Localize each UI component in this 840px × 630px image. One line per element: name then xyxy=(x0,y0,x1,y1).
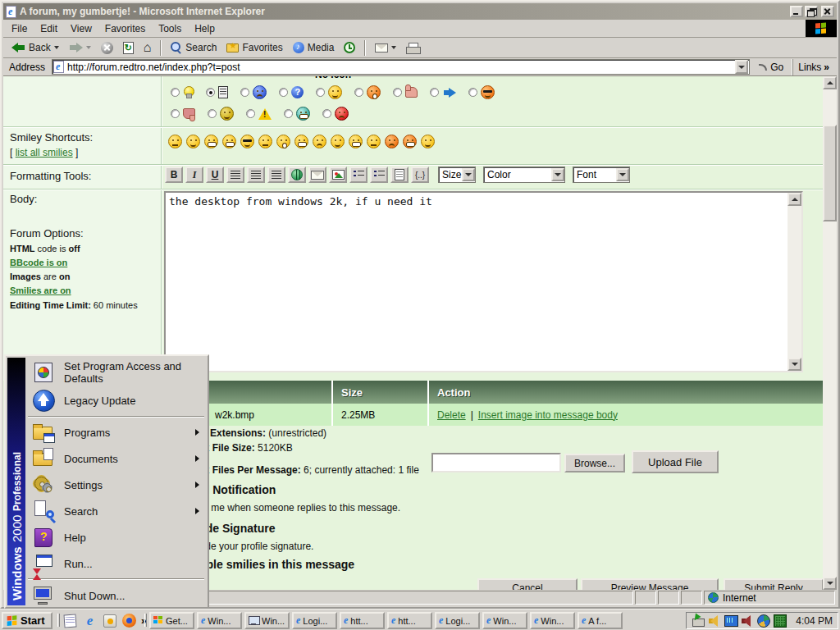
forward-dropdown-icon[interactable] xyxy=(86,46,91,49)
smilies-link[interactable]: Smilies are on xyxy=(10,285,71,295)
menu-item-legacy-update[interactable]: Legacy Update xyxy=(27,386,205,414)
radio-button[interactable] xyxy=(240,88,249,97)
menu-edit[interactable]: Edit xyxy=(34,21,64,37)
icon-option[interactable] xyxy=(171,108,195,119)
preview-message-button[interactable]: Preview Message xyxy=(581,578,719,590)
scheduler-grid-icon[interactable] xyxy=(774,614,787,628)
bullet-list-button[interactable] xyxy=(370,167,388,183)
devil-smiley[interactable] xyxy=(385,135,399,148)
history-button[interactable] xyxy=(340,40,359,55)
size-select[interactable]: Size xyxy=(438,167,476,183)
task-button[interactable]: Get... xyxy=(149,612,194,629)
menu-item-programs[interactable]: Programs xyxy=(27,419,205,445)
stop-button[interactable] xyxy=(97,40,117,56)
cool-smiley[interactable] xyxy=(240,135,254,148)
insert-email-button[interactable] xyxy=(308,167,326,183)
volume-icon[interactable] xyxy=(708,614,721,628)
menu-item-settings[interactable]: Settings xyxy=(27,472,205,498)
radio-button[interactable] xyxy=(246,109,255,118)
mail-dropdown-icon[interactable] xyxy=(391,46,396,49)
start-button[interactable]: Start xyxy=(2,612,52,629)
address-url[interactable]: http://forum.redtro.net/index.php?t=post xyxy=(67,62,732,73)
underline-button[interactable]: U xyxy=(206,167,224,183)
icon-option[interactable] xyxy=(322,107,349,121)
radio-button[interactable] xyxy=(171,88,180,97)
menu-item-help[interactable]: Help xyxy=(27,524,205,550)
radio-button[interactable] xyxy=(284,109,293,118)
page-scroll-down-button[interactable] xyxy=(823,577,837,590)
insert-image-button[interactable] xyxy=(329,167,347,183)
mail-button[interactable] xyxy=(371,42,400,54)
radio-button[interactable] xyxy=(322,109,331,118)
print-button[interactable] xyxy=(402,41,424,55)
teeth-smiley[interactable] xyxy=(349,135,363,148)
page-scrollbar-thumb[interactable] xyxy=(823,125,837,221)
radio-button[interactable] xyxy=(430,88,439,97)
network-activity-icon[interactable] xyxy=(692,614,705,628)
cancel-button[interactable]: Cancel xyxy=(477,578,578,590)
close-button[interactable] xyxy=(821,6,834,17)
task-button[interactable]: Win... xyxy=(482,612,527,629)
icon-option[interactable] xyxy=(246,108,272,120)
radio-button[interactable] xyxy=(393,88,402,97)
firefox-launch-button[interactable] xyxy=(121,613,137,628)
laugh-smiley[interactable] xyxy=(222,135,236,148)
address-dropdown-button[interactable] xyxy=(735,60,748,74)
page-scroll-up-button[interactable] xyxy=(823,76,837,89)
menu-item-shut-down[interactable]: Shut Down... xyxy=(27,582,205,609)
chevron-down-icon[interactable] xyxy=(616,168,629,181)
back-dropdown-icon[interactable] xyxy=(54,46,59,49)
align-center-button[interactable] xyxy=(247,167,265,183)
display-network-icon[interactable] xyxy=(724,614,737,628)
refresh-button[interactable] xyxy=(119,40,138,56)
home-button[interactable] xyxy=(139,40,156,56)
message-body-textarea[interactable]: the desktop from windows 2k, if u need i… xyxy=(164,191,803,372)
menu-file[interactable]: File xyxy=(5,21,34,37)
taskbar-clock[interactable]: 4:04 PM xyxy=(796,615,833,627)
task-button[interactable]: Logi... xyxy=(292,612,337,629)
radio-button[interactable] xyxy=(208,109,217,118)
italic-button[interactable]: I xyxy=(185,167,203,183)
ordered-list-button[interactable] xyxy=(349,167,368,183)
list-all-smilies-link[interactable]: list all smilies xyxy=(16,147,73,158)
smile-smiley[interactable] xyxy=(331,135,345,148)
radio-button[interactable] xyxy=(354,88,363,97)
audio-device-icon[interactable] xyxy=(741,614,754,628)
toolbar-grip[interactable] xyxy=(144,614,147,627)
page-scrollbar[interactable] xyxy=(823,76,837,590)
menu-item-program-access[interactable]: Set Program Access and Defaults xyxy=(27,358,205,386)
links-chevron-icon[interactable]: » xyxy=(824,62,829,73)
upload-file-button[interactable]: Upload File xyxy=(632,450,719,473)
code-button[interactable]: {..} xyxy=(411,167,429,183)
icon-option[interactable] xyxy=(393,87,418,98)
insert-link-button[interactable] xyxy=(288,167,306,183)
task-button-active[interactable]: A f... xyxy=(578,612,623,629)
gritted-smiley[interactable] xyxy=(204,135,218,148)
menu-item-search[interactable]: Search xyxy=(27,498,205,524)
font-select[interactable]: Font xyxy=(573,167,630,183)
bold-button[interactable]: B xyxy=(165,167,183,183)
insert-image-link[interactable]: Insert image into message body xyxy=(478,409,618,421)
toolbar-grip[interactable] xyxy=(57,614,60,627)
minimize-button[interactable] xyxy=(790,6,803,17)
menu-item-run[interactable]: Run... xyxy=(27,550,205,577)
menu-tools[interactable]: Tools xyxy=(152,21,188,37)
ie-launch-button[interactable] xyxy=(82,613,98,628)
radio-button[interactable] xyxy=(279,88,288,97)
delete-link[interactable]: Delete xyxy=(437,409,466,421)
scroll-down-button[interactable] xyxy=(788,358,801,371)
icon-option[interactable] xyxy=(430,88,456,98)
blush-smiley[interactable] xyxy=(168,135,182,148)
task-button[interactable]: Win... xyxy=(197,612,242,629)
bigsmile-smiley[interactable] xyxy=(294,135,308,148)
address-input[interactable]: http://forum.redtro.net/index.php?t=post xyxy=(52,59,750,75)
color-select[interactable]: Color xyxy=(483,167,565,183)
smile-smiley[interactable] xyxy=(186,135,200,148)
icon-option[interactable] xyxy=(468,85,495,99)
quote-button[interactable] xyxy=(390,167,409,183)
task-button[interactable]: Win... xyxy=(530,612,575,629)
task-button[interactable]: Logi... xyxy=(435,612,480,629)
go-button[interactable]: Go xyxy=(753,62,789,73)
menu-help[interactable]: Help xyxy=(188,21,221,37)
radio-button[interactable] xyxy=(171,109,180,118)
